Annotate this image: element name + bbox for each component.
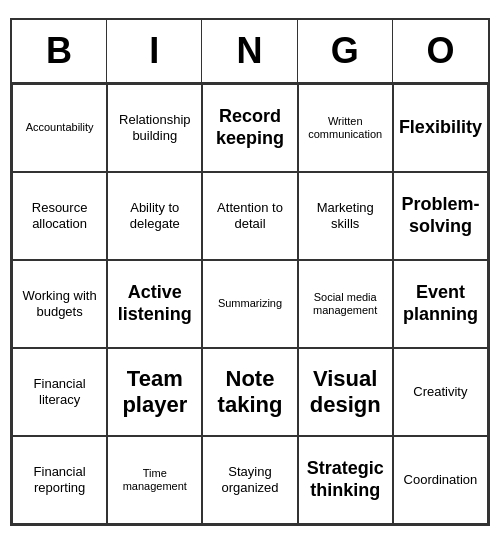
bingo-cell-18: Visual design: [298, 348, 393, 436]
bingo-card: BINGO AccountabilityRelationship buildin…: [10, 18, 490, 526]
bingo-letter-g: G: [298, 20, 393, 82]
bingo-header: BINGO: [12, 20, 488, 84]
bingo-letter-o: O: [393, 20, 488, 82]
bingo-cell-1: Relationship building: [107, 84, 202, 172]
bingo-cell-13: Social media management: [298, 260, 393, 348]
bingo-cell-5: Resource allocation: [12, 172, 107, 260]
bingo-cell-0: Accountability: [12, 84, 107, 172]
bingo-cell-19: Creativity: [393, 348, 488, 436]
bingo-cell-23: Strategic thinking: [298, 436, 393, 524]
bingo-cell-2: Record keeping: [202, 84, 297, 172]
bingo-cell-6: Ability to delegate: [107, 172, 202, 260]
bingo-letter-b: B: [12, 20, 107, 82]
bingo-letter-n: N: [202, 20, 297, 82]
bingo-cell-21: Time management: [107, 436, 202, 524]
bingo-cell-4: Flexibility: [393, 84, 488, 172]
bingo-cell-9: Problem-solving: [393, 172, 488, 260]
bingo-cell-10: Working with budgets: [12, 260, 107, 348]
bingo-cell-24: Coordination: [393, 436, 488, 524]
bingo-cell-22: Staying organized: [202, 436, 297, 524]
bingo-cell-7: Attention to detail: [202, 172, 297, 260]
bingo-grid: AccountabilityRelationship buildingRecor…: [12, 84, 488, 524]
bingo-cell-17: Note taking: [202, 348, 297, 436]
bingo-cell-15: Financial literacy: [12, 348, 107, 436]
bingo-cell-20: Financial reporting: [12, 436, 107, 524]
bingo-cell-16: Team player: [107, 348, 202, 436]
bingo-cell-3: Written communication: [298, 84, 393, 172]
bingo-cell-14: Event planning: [393, 260, 488, 348]
bingo-letter-i: I: [107, 20, 202, 82]
bingo-cell-11: Active listening: [107, 260, 202, 348]
bingo-cell-12: Summarizing: [202, 260, 297, 348]
bingo-cell-8: Marketing skills: [298, 172, 393, 260]
